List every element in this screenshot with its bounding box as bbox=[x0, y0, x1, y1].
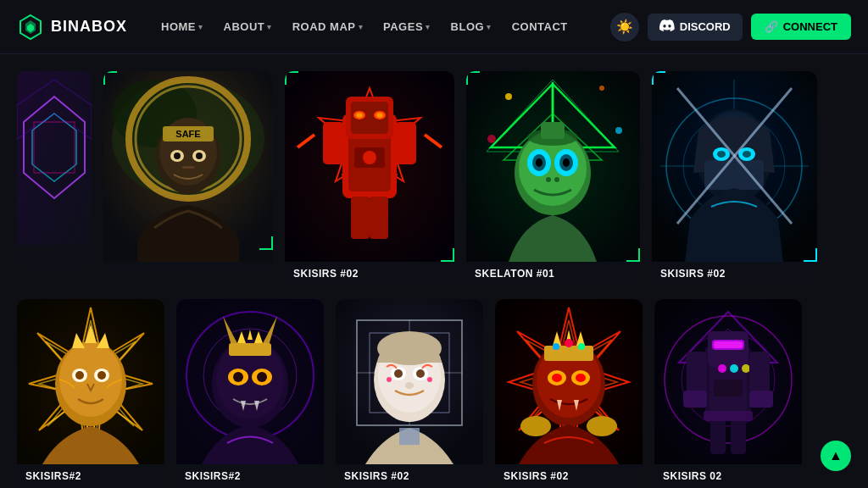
card-label-r2-2: SKISIRS#2 bbox=[176, 464, 324, 488]
card-row2-3[interactable]: SKISIRS #02 bbox=[336, 299, 483, 488]
card-label-5: SKISIRS #02 bbox=[652, 262, 817, 286]
svg-point-152 bbox=[730, 364, 738, 373]
nav-blog[interactable]: BLOG ▾ bbox=[442, 15, 500, 38]
svg-text:SAFE: SAFE bbox=[175, 129, 200, 139]
logo-icon bbox=[17, 14, 44, 41]
svg-point-57 bbox=[563, 158, 570, 167]
navbar: BINABOX HOME ▾ ABOUT ▾ ROAD MAP ▾ PAGES … bbox=[0, 0, 868, 54]
card-skisirs-02-a[interactable]: SAFE bbox=[103, 71, 273, 274]
svg-rect-35 bbox=[323, 122, 344, 164]
card-art-2: SAFE bbox=[103, 71, 273, 262]
card-art-r2-4 bbox=[495, 299, 643, 464]
chevron-down-icon: ▾ bbox=[267, 23, 272, 31]
card-art-3 bbox=[285, 71, 454, 262]
svg-rect-159 bbox=[710, 416, 726, 454]
svg-point-86 bbox=[75, 371, 84, 380]
card-row2-2[interactable]: SKISIRS#2 bbox=[176, 299, 324, 488]
nav-links: HOME ▾ ABOUT ▾ ROAD MAP ▾ PAGES ▾ BLOG ▾… bbox=[153, 15, 602, 38]
svg-rect-161 bbox=[704, 411, 753, 421]
discord-button[interactable]: DISCORD bbox=[648, 14, 743, 41]
card-row2-1[interactable]: SKISIRS#2 bbox=[17, 299, 164, 488]
svg-rect-150 bbox=[714, 341, 743, 348]
svg-point-135 bbox=[552, 374, 562, 382]
svg-point-102 bbox=[257, 372, 267, 382]
svg-point-72 bbox=[717, 151, 726, 158]
card-row2-4[interactable]: SKISIRS #02 bbox=[495, 299, 643, 488]
svg-rect-160 bbox=[731, 416, 746, 454]
card-partial-left[interactable] bbox=[17, 71, 92, 269]
card-label-2 bbox=[103, 262, 273, 274]
svg-rect-156 bbox=[749, 352, 770, 394]
svg-point-80 bbox=[59, 342, 122, 417]
card-art-r2-5 bbox=[654, 299, 802, 464]
svg-rect-126 bbox=[544, 346, 593, 361]
logo[interactable]: BINABOX bbox=[17, 14, 127, 41]
svg-rect-21 bbox=[182, 166, 194, 169]
connect-button[interactable]: 🔗 CONNECT bbox=[751, 14, 851, 40]
card-skelaton-01[interactable]: SKELATON #01 bbox=[466, 71, 640, 286]
svg-point-139 bbox=[520, 416, 551, 436]
svg-point-32 bbox=[376, 113, 383, 118]
theme-toggle[interactable]: ☀️ bbox=[610, 13, 639, 42]
svg-point-73 bbox=[743, 151, 751, 158]
nav-roadmap[interactable]: ROAD MAP ▾ bbox=[284, 15, 371, 38]
card-label-r2-3: SKISIRS #02 bbox=[336, 464, 483, 488]
svg-point-117 bbox=[387, 377, 392, 382]
card-label-r2-4: SKISIRS #02 bbox=[495, 464, 643, 488]
connect-icon: 🔗 bbox=[765, 20, 778, 33]
main-content: SAFE bbox=[0, 54, 868, 488]
svg-rect-69 bbox=[704, 160, 764, 190]
card-label-r2-5: SKISIRS 02 bbox=[654, 464, 802, 488]
nav-pages[interactable]: PAGES ▾ bbox=[375, 15, 439, 38]
svg-point-101 bbox=[233, 372, 243, 382]
svg-point-119 bbox=[405, 382, 414, 389]
svg-rect-40 bbox=[370, 197, 388, 239]
card-art-r2-1 bbox=[17, 299, 164, 464]
svg-point-140 bbox=[587, 416, 617, 436]
svg-rect-61 bbox=[541, 122, 565, 139]
svg-point-20 bbox=[196, 152, 203, 159]
nav-about[interactable]: ABOUT ▾ bbox=[215, 15, 281, 38]
discord-icon bbox=[659, 19, 675, 35]
svg-point-46 bbox=[505, 93, 512, 100]
nav-contact[interactable]: CONTACT bbox=[504, 15, 576, 38]
svg-rect-36 bbox=[395, 122, 416, 164]
chevron-down-icon: ▾ bbox=[359, 23, 364, 31]
logo-text: BINABOX bbox=[51, 18, 127, 36]
svg-point-47 bbox=[599, 86, 604, 91]
nav-home[interactable]: HOME ▾ bbox=[153, 15, 212, 38]
card-art-5 bbox=[652, 71, 817, 262]
card-skisirs-02-c[interactable]: SKISIRS #02 bbox=[652, 71, 817, 286]
svg-point-58 bbox=[546, 177, 551, 182]
card-row2-5[interactable]: SKISIRS 02 bbox=[654, 299, 802, 488]
svg-point-49 bbox=[615, 127, 622, 134]
chevron-down-icon: ▾ bbox=[487, 23, 492, 31]
svg-point-136 bbox=[576, 374, 586, 382]
svg-point-48 bbox=[487, 135, 496, 143]
svg-rect-120 bbox=[399, 428, 420, 445]
card-label-4: SKELATON #01 bbox=[466, 262, 640, 286]
svg-point-31 bbox=[356, 113, 363, 118]
card-art-4 bbox=[466, 71, 640, 262]
card-skisirs-02-b[interactable]: SKISIRS #02 bbox=[285, 71, 454, 286]
svg-point-59 bbox=[554, 177, 559, 182]
svg-rect-95 bbox=[229, 343, 271, 356]
svg-point-153 bbox=[742, 364, 750, 373]
card-row-2: SKISIRS#2 bbox=[17, 299, 851, 488]
svg-rect-157 bbox=[683, 391, 707, 408]
svg-rect-158 bbox=[749, 391, 773, 408]
svg-rect-154 bbox=[714, 380, 743, 396]
nav-right: ☀️ DISCORD 🔗 CONNECT bbox=[610, 13, 851, 42]
chevron-down-icon: ▾ bbox=[426, 23, 431, 31]
svg-point-151 bbox=[718, 364, 726, 373]
chevron-down-icon: ▾ bbox=[198, 23, 203, 31]
scroll-to-top[interactable]: ▲ bbox=[821, 441, 851, 471]
svg-point-87 bbox=[97, 371, 106, 380]
svg-point-19 bbox=[174, 152, 181, 159]
svg-point-131 bbox=[553, 343, 559, 350]
card-label bbox=[17, 245, 92, 269]
svg-point-116 bbox=[416, 369, 425, 378]
svg-point-130 bbox=[565, 339, 573, 347]
card-art-r2-3 bbox=[336, 299, 483, 464]
card-row-1: SAFE bbox=[17, 71, 851, 286]
